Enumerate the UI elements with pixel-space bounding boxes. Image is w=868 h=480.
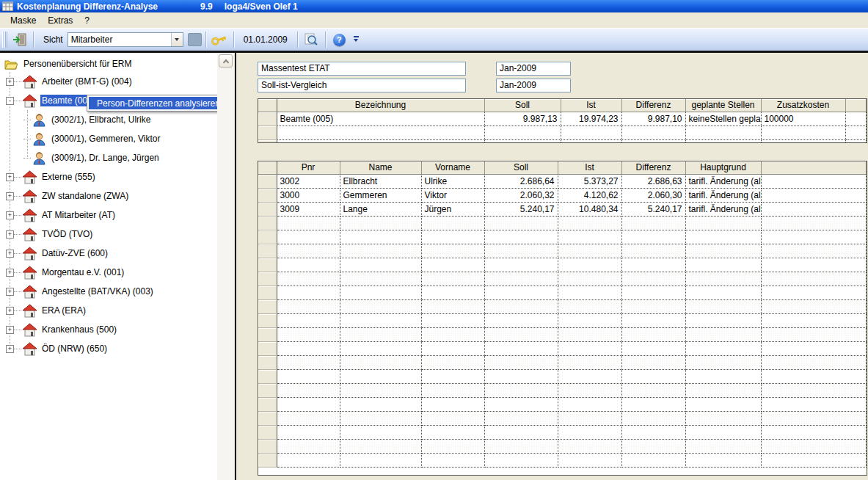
cell-vorname[interactable]: Viktor: [421, 188, 484, 202]
row-selector[interactable]: [258, 188, 277, 202]
tree-item-person-ellbracht[interactable]: (3002/1), Ellbracht, Ulrike: [0, 110, 217, 129]
tree-item-zw-standalone[interactable]: + ZW standalone (ZWA): [0, 186, 217, 206]
cell-empty[interactable]: [761, 188, 867, 202]
col-ist[interactable]: Ist: [561, 99, 621, 112]
expand-plus-icon[interactable]: +: [6, 173, 14, 181]
cell-vorname[interactable]: Ulrike: [421, 174, 484, 188]
tree-item-angestellte[interactable]: + Angestellte (BAT/VKA) (003): [0, 282, 217, 301]
tree-item-arbeiter[interactable]: + Arbeiter (BMT-G) (004): [0, 72, 217, 91]
cell-empty[interactable]: [761, 174, 867, 188]
cell-bezeichnung[interactable]: Beamte (005): [277, 112, 484, 126]
cell-name[interactable]: Lange: [340, 202, 421, 216]
row-selector[interactable]: [258, 112, 277, 126]
cell-soll[interactable]: 5.240,17: [484, 202, 558, 216]
toolbar-grip[interactable]: [2, 32, 7, 48]
expand-plus-icon[interactable]: +: [6, 230, 14, 239]
analysis-name-field[interactable]: Soll-ist-Vergleich: [258, 79, 466, 92]
col-vorname[interactable]: Vorname: [421, 161, 484, 174]
col-geplante-stellen[interactable]: geplante Stellen: [685, 99, 761, 112]
col-hauptgrund[interactable]: Hauptgrund: [685, 161, 761, 174]
cell-vorname[interactable]: Jürgen: [421, 202, 484, 216]
exit-button[interactable]: [10, 31, 29, 49]
expand-plus-icon[interactable]: +: [6, 269, 14, 277]
col-differenz[interactable]: Differenz: [621, 161, 685, 174]
empty-row: [258, 327, 867, 341]
col-ist[interactable]: Ist: [558, 161, 621, 174]
toolbar-overflow-button[interactable]: [352, 36, 361, 43]
cell-ist[interactable]: 19.974,23: [561, 112, 621, 126]
tree-item-person-gemmeren[interactable]: (3000/1), Gemmeren, Viktor: [0, 129, 217, 148]
scroll-up-button[interactable]: [219, 54, 233, 68]
cell-geplante-stellen[interactable]: keineStellen gepla: [685, 112, 761, 126]
grid-cell: [761, 453, 867, 467]
reference-date[interactable]: 01.01.2009: [238, 34, 293, 45]
key-button[interactable]: [210, 31, 230, 49]
expand-plus-icon[interactable]: +: [6, 250, 14, 258]
cell-zusatzkosten[interactable]: 100000: [761, 112, 845, 126]
cell-differenz[interactable]: 9.987,10: [621, 112, 685, 126]
period-from-field[interactable]: Jan-2009: [496, 62, 571, 76]
col-soll[interactable]: Soll: [484, 161, 558, 174]
expand-plus-icon[interactable]: +: [6, 211, 14, 219]
expand-plus-icon[interactable]: +: [6, 288, 14, 296]
cell-empty[interactable]: [845, 112, 867, 126]
tree-item-era[interactable]: + ERA (ERA): [0, 301, 217, 320]
cell-ist[interactable]: 5.373,27: [558, 174, 621, 188]
expand-plus-icon[interactable]: +: [6, 78, 14, 86]
context-menu-item-analyze-differences[interactable]: Person-Differenzen analysieren: [89, 97, 217, 109]
grid-cell: [558, 272, 621, 286]
cell-soll[interactable]: 2.686,64: [484, 174, 558, 188]
menu-extras[interactable]: Extras: [42, 14, 79, 27]
col-soll[interactable]: Soll: [484, 99, 561, 112]
col-zusatzkosten[interactable]: Zusatzkosten: [761, 99, 845, 112]
view-combobox[interactable]: Mitarbeiter: [68, 32, 183, 47]
tree-root-item[interactable]: Personenübersicht für ERM: [0, 56, 217, 72]
menu-maske[interactable]: Maske: [4, 14, 42, 27]
help-icon: ?: [333, 34, 346, 46]
exit-icon: [12, 33, 27, 46]
grid-cell: [277, 299, 340, 313]
col-name[interactable]: Name: [340, 161, 421, 174]
cell-differenz[interactable]: 5.240,17: [621, 202, 685, 216]
col-pnr[interactable]: Pnr: [277, 161, 340, 174]
row-selector[interactable]: [258, 174, 277, 188]
cell-name[interactable]: Gemmeren: [340, 188, 421, 202]
combobox-dropdown-button[interactable]: [171, 33, 183, 46]
col-bezeichnung[interactable]: Bezeichnung: [277, 99, 484, 112]
plan-name-field[interactable]: Massentest ETAT: [258, 62, 466, 76]
menu-help[interactable]: ?: [79, 14, 95, 27]
help-button[interactable]: ?: [329, 31, 349, 49]
tree-item-at-mitarbeiter[interactable]: + AT Mitarbeiter (AT): [0, 206, 217, 225]
expand-plus-icon[interactable]: +: [6, 345, 14, 353]
tree-item-datuev-zve[interactable]: + Datüv-ZVE (600): [0, 244, 217, 263]
tree-item-externe[interactable]: + Externe (555): [0, 167, 217, 186]
cell-soll[interactable]: 9.987,13: [484, 112, 561, 126]
cell-empty[interactable]: [761, 202, 867, 216]
cell-differenz[interactable]: 2.060,30: [621, 188, 685, 202]
cell-pnr[interactable]: 3002: [277, 174, 340, 188]
collapse-minus-icon[interactable]: -: [6, 97, 14, 105]
period-to-field[interactable]: Jan-2009: [496, 79, 571, 92]
cell-ist[interactable]: 4.120,62: [558, 188, 621, 202]
cell-name[interactable]: Ellbracht: [340, 174, 421, 188]
cell-hauptgrund[interactable]: tarifl. Änderung (all: [685, 174, 761, 188]
cell-differenz[interactable]: 2.686,63: [621, 174, 685, 188]
cell-pnr[interactable]: 3000: [277, 188, 340, 202]
tree-item-krankenhaus[interactable]: + Krankenhaus (500): [0, 320, 217, 339]
expand-plus-icon[interactable]: +: [6, 326, 14, 334]
tree-item-tvoed[interactable]: + TVÖD (TVO): [0, 225, 217, 244]
tree-item-morgentau[interactable]: + Morgentau e.V. (001): [0, 263, 217, 282]
cell-ist[interactable]: 10.480,34: [558, 202, 621, 216]
tree-item-oed-nrw[interactable]: + ÖD (NRW) (650): [0, 339, 217, 358]
preview-button[interactable]: [302, 31, 321, 49]
row-selector[interactable]: [258, 202, 277, 216]
expand-plus-icon[interactable]: +: [6, 192, 14, 200]
cell-soll[interactable]: 2.060,32: [484, 188, 558, 202]
tree-scrollbar[interactable]: [217, 53, 234, 480]
expand-plus-icon[interactable]: +: [6, 307, 14, 315]
col-differenz[interactable]: Differenz: [621, 99, 685, 112]
tree-item-person-lange[interactable]: (3009/1), Dr. Lange, Jürgen: [0, 148, 217, 167]
cell-hauptgrund[interactable]: tarifl. Änderung (all: [685, 202, 761, 216]
cell-pnr[interactable]: 3009: [277, 202, 340, 216]
cell-hauptgrund[interactable]: tarifl. Änderung (all: [685, 188, 761, 202]
